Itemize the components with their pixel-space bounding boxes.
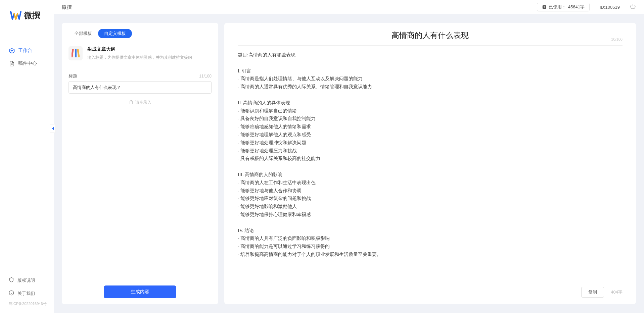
svg-text:T: T	[543, 6, 545, 9]
icp-text: 鄂ICP备2022016946号	[0, 300, 54, 310]
text-icon: T	[542, 5, 547, 9]
divider	[238, 45, 623, 46]
svg-rect-5	[77, 49, 80, 57]
title-input[interactable]	[68, 81, 212, 94]
template-icon	[68, 46, 83, 60]
page-title: 微撰	[62, 4, 72, 10]
sidebar-item-workspace[interactable]: 工作台	[0, 44, 54, 57]
sidebar-item-drafts[interactable]: 稿件中心	[0, 57, 54, 70]
tab-all[interactable]: 全部模板	[68, 29, 98, 38]
document-icon	[9, 60, 15, 66]
hint-text: 请空录入	[135, 100, 151, 105]
title-label: 标题	[68, 73, 77, 79]
input-panel: 全部模板 自定义模板 生成文章大纲 输入标题，为你提供文章主体的灵感，并为其创建…	[62, 23, 218, 304]
output-title: 高情商的人有什么表现	[392, 30, 469, 41]
cube-icon	[9, 48, 15, 54]
chevron-left-icon	[51, 126, 55, 131]
sidebar: 微撰 工作台	[0, 0, 54, 313]
power-icon[interactable]	[630, 3, 636, 11]
svg-rect-4	[75, 49, 77, 57]
usage-badge[interactable]: T 已使用： 45641字	[537, 3, 590, 11]
tab-custom[interactable]: 自定义模板	[98, 29, 132, 38]
title-count: 11/100	[199, 74, 212, 79]
hint-row: 请空录入	[68, 94, 212, 111]
usage-value: 45641字	[568, 4, 585, 10]
usage-prefix: 已使用：	[549, 4, 566, 10]
template-tabs: 全部模板 自定义模板	[68, 29, 212, 38]
svg-rect-3	[72, 49, 74, 57]
logo[interactable]: 微撰	[0, 0, 54, 31]
output-title-count: 10/100	[611, 37, 623, 41]
nav-label: 工作台	[18, 48, 32, 54]
clipboard-icon	[129, 100, 133, 105]
nav-label: 稿件中心	[18, 60, 37, 66]
shield-icon	[9, 277, 14, 283]
char-count: 404字	[611, 289, 623, 295]
info-icon	[9, 290, 14, 297]
template-desc: 输入标题，为你提供文章主体的灵感，并为其创建推文提纲	[87, 54, 212, 60]
sidebar-item-about[interactable]: 关于我们	[0, 287, 54, 300]
output-body[interactable]: 题目:高情商的人有哪些表现 I. 引言 - 高情商是指人们处理情绪、与他人互动以…	[238, 51, 623, 278]
output-panel: 高情商的人有什么表现 10/100 题目:高情商的人有哪些表现 I. 引言 - …	[224, 23, 636, 304]
sidebar-item-copyright[interactable]: 版权说明	[0, 274, 54, 287]
generate-button[interactable]: 生成内容	[104, 285, 176, 298]
copy-button[interactable]: 复制	[581, 287, 604, 298]
footer-label: 关于我们	[17, 291, 35, 297]
top-header: 微撰 T 已使用： 45641字 ID:100519	[54, 0, 644, 14]
brand-name: 微撰	[24, 10, 40, 21]
logo-icon	[10, 10, 21, 20]
footer-label: 版权说明	[17, 277, 35, 283]
template-title: 生成文章大纲	[87, 46, 212, 52]
template-card: 生成文章大纲 输入标题，为你提供文章主体的灵感，并为其创建推文提纲	[68, 43, 212, 66]
user-id: ID:100519	[600, 5, 620, 10]
sidebar-collapse-toggle[interactable]	[50, 124, 56, 133]
